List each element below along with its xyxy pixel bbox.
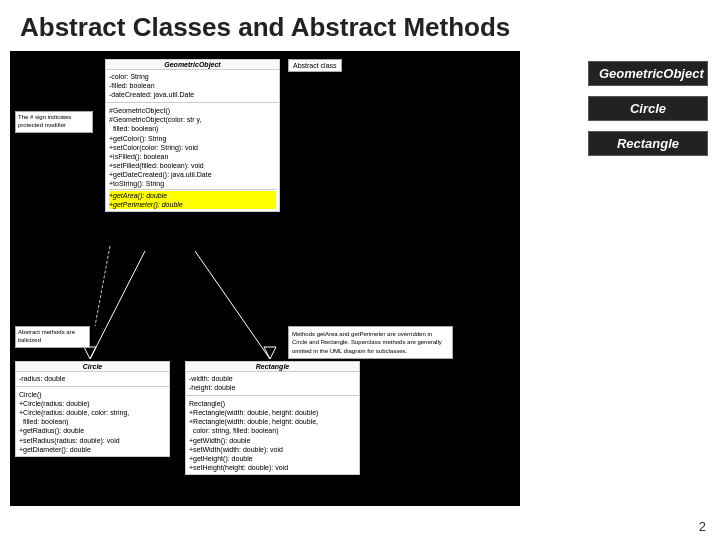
rect-m1: Rectangle()	[189, 399, 356, 408]
rectangle-box: Rectangle -width: double -height: double…	[185, 361, 360, 475]
circle-m6: +getDiameter(): double	[19, 445, 166, 454]
geo-m8: +toString(): String	[109, 179, 276, 188]
geo-m2: #GeometricObject(color: str y,	[109, 115, 276, 124]
geo-m3: +getColor(): String	[109, 134, 276, 143]
circle-m1: Circle()	[19, 390, 166, 399]
circle-box: Circle -radius: double Circle() +Circle(…	[15, 361, 170, 457]
circle-m3b: filled: boolean)	[19, 417, 166, 426]
abstract-class-label: Abstract class	[288, 59, 342, 72]
rect-f1: -width: double	[189, 374, 356, 383]
override-note: Methods getArea and getPerimeter are ove…	[288, 326, 453, 359]
abstract-methods-note: Abstract methods are italicized	[15, 326, 90, 348]
geo-abstract-1: +getArea(): double	[109, 191, 276, 200]
main-content: Abstract class The # sign indicates prot…	[0, 51, 720, 539]
circle-m4: +getRadius(): double	[19, 426, 166, 435]
rect-f2: -height: double	[189, 383, 356, 392]
circle-f1: -radius: double	[19, 374, 166, 383]
circle-sep	[16, 386, 169, 387]
svg-line-1	[195, 251, 270, 359]
geo-m7: +getDateCreated(): java.util.Date	[109, 170, 276, 179]
geo-title: GeometricObject	[106, 60, 279, 70]
rect-m2: +Rectangle(width: double, height: double…	[189, 408, 356, 417]
circle-m2: +Circle(radius: double)	[19, 399, 166, 408]
rect-methods: Rectangle() +Rectangle(width: double, he…	[186, 397, 359, 474]
diagram-area: Abstract class The # sign indicates prot…	[0, 51, 580, 539]
geo-m2b: filled: boolean)	[109, 124, 276, 133]
svg-marker-2	[84, 347, 96, 359]
hierarchy-rectangle: Rectangle	[588, 131, 708, 156]
hierarchy-circle: Circle	[588, 96, 708, 121]
rect-m4: +getWidth(): double	[189, 436, 356, 445]
geometric-object-box: GeometricObject -color: String -filled: …	[105, 59, 280, 212]
geo-m1: #GeometricObject()	[109, 106, 276, 115]
geo-fields: -color: String -filled: boolean -dateCre…	[106, 70, 279, 101]
geo-m5: +isFilled(): boolean	[109, 152, 276, 161]
page-title: Abstract Classes and Abstract Methods	[0, 0, 720, 51]
svg-marker-3	[264, 347, 276, 359]
rect-title: Rectangle	[186, 362, 359, 372]
rect-m3: +Rectangle(width: double, height: double…	[189, 417, 356, 426]
page-number: 2	[699, 519, 706, 534]
svg-line-4	[95, 246, 110, 326]
hierarchy-geometric-object: GeometricObject	[588, 61, 708, 86]
rect-fields: -width: double -height: double	[186, 372, 359, 394]
rect-m6: +getHeight(): double	[189, 454, 356, 463]
geo-field-1: -color: String	[109, 72, 276, 81]
geo-m6: +setFilled(filled: boolean): void	[109, 161, 276, 170]
geo-field-3: -dateCreated: java.util.Date	[109, 90, 276, 99]
geo-field-2: -filled: boolean	[109, 81, 276, 90]
geo-abstract-2: +getPerimeter(): double	[109, 200, 276, 209]
sign-note: The # sign indicates protected modifier	[15, 111, 93, 133]
circle-title: Circle	[16, 362, 169, 372]
geo-m4: +setColor(color: String): void	[109, 143, 276, 152]
geo-sep-1	[106, 102, 279, 103]
rect-m5: +setWidth(width: double): void	[189, 445, 356, 454]
rect-m3b: color: string, filled: boolean)	[189, 426, 356, 435]
uml-diagram: Abstract class The # sign indicates prot…	[10, 51, 520, 506]
circle-m3: +Circle(radius: double, color: string,	[19, 408, 166, 417]
circle-m5: +setRadius(radius: double): void	[19, 436, 166, 445]
svg-line-0	[90, 251, 145, 359]
rect-sep	[186, 395, 359, 396]
circle-fields: -radius: double	[16, 372, 169, 385]
geo-sep-2	[109, 189, 276, 190]
circle-methods: Circle() +Circle(radius: double) +Circle…	[16, 388, 169, 456]
right-panel: GeometricObject Circle Rectangle	[580, 51, 720, 539]
rect-m7: +setHeight(height: double): void	[189, 463, 356, 472]
geo-methods: #GeometricObject() #GeometricObject(colo…	[106, 104, 279, 211]
